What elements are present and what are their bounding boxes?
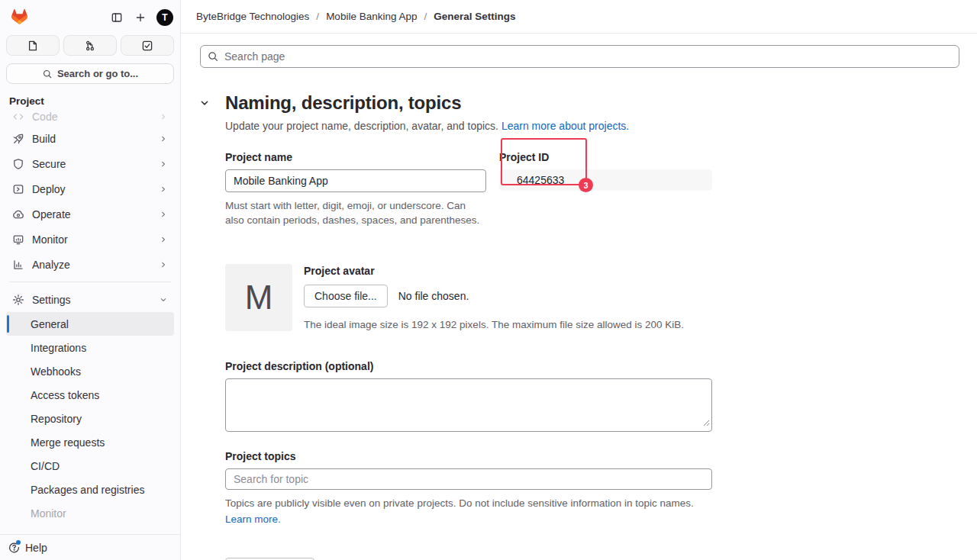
project-topics-label: Project topics: [225, 450, 712, 462]
sidebar-item-build[interactable]: Build: [6, 126, 174, 151]
search-or-go-to-label: Search or go to...: [57, 68, 138, 79]
todo-list-button[interactable]: [121, 35, 174, 56]
chevron-down-icon: [159, 295, 168, 304]
sidebar-item-packages-and-registries[interactable]: Packages and registries: [6, 478, 174, 501]
help-icon: [8, 542, 20, 553]
sidebar-item-label: Operate: [32, 208, 151, 220]
sidebar-item-webhooks[interactable]: Webhooks: [6, 359, 174, 383]
sidebar-item-operate[interactable]: Operate: [6, 201, 174, 227]
analyze-icon: [12, 259, 24, 271]
breadcrumb: ByteBridge Technologies/Mobile Banking A…: [181, 0, 977, 34]
app-window: T Search or go to... Project CodeBuildSe…: [0, 0, 977, 560]
user-avatar[interactable]: T: [156, 9, 173, 26]
sidebar-item-label: Integrations: [31, 342, 168, 354]
sidebar-item-label: Monitor: [31, 507, 168, 520]
sidebar-top-actions: T: [109, 9, 173, 26]
search-or-go-to-button[interactable]: Search or go to...: [6, 63, 174, 84]
merge-requests-button[interactable]: [63, 35, 117, 56]
create-new-icon[interactable]: [133, 10, 148, 25]
sidebar-item-label: General: [31, 318, 168, 330]
project-topics-group: Project topics Topics are publicly visib…: [225, 450, 712, 526]
breadcrumb-item-bytebridge-technologies[interactable]: ByteBridge Technologies: [196, 11, 309, 22]
sidebar-item-monitor[interactable]: Monitor: [6, 501, 174, 525]
search-icon: [207, 50, 219, 63]
project-description-label: Project description (optional): [225, 360, 712, 372]
sidebar-item-access-tokens[interactable]: Access tokens: [6, 383, 174, 407]
project-topics-help-text: Topics are publicly visible even on priv…: [225, 497, 694, 509]
chevron-right-icon: [159, 260, 168, 269]
sidebar-section-title: Project: [0, 84, 180, 111]
learn-more-projects-link[interactable]: Learn more about projects.: [501, 120, 629, 132]
sidebar-item-monitor[interactable]: Monitor: [6, 227, 174, 252]
project-topics-input[interactable]: [225, 468, 712, 490]
topics-learn-more-link[interactable]: Learn more.: [225, 512, 712, 526]
breadcrumb-item-general-settings: General Settings: [434, 11, 515, 22]
sidebar-item-label: CI/CD: [31, 460, 168, 472]
shield-icon: [12, 158, 24, 170]
sidebar-item-code[interactable]: Code: [6, 111, 174, 126]
project-topics-help: Topics are publicly visible even on priv…: [225, 496, 712, 526]
sidebar-toggle-icon[interactable]: [109, 10, 124, 25]
section-collapse-chevron-icon[interactable]: [196, 91, 213, 111]
project-description-textarea[interactable]: [225, 378, 712, 432]
project-id-value[interactable]: 64425633: [499, 169, 712, 191]
sidebar-item-label: Access tokens: [31, 389, 168, 401]
sidebar-item-settings[interactable]: Settings: [6, 287, 174, 312]
chevron-right-icon: [159, 159, 168, 169]
sidebar: T Search or go to... Project CodeBuildSe…: [0, 0, 181, 560]
chevron-right-icon: [159, 134, 168, 143]
section-title: Naming, description, topics: [225, 91, 959, 114]
sidebar-item-analyze[interactable]: Analyze: [6, 252, 174, 277]
sidebar-item-label: Monitor: [32, 233, 151, 246]
sidebar-item-label: Analyze: [32, 259, 151, 271]
monitor-icon: [12, 233, 24, 246]
project-description-wrap: [225, 378, 712, 432]
breadcrumb-separator: /: [316, 11, 319, 22]
project-name-help: Must start with letter, digit, emoji, or…: [225, 198, 486, 227]
sidebar-item-repository[interactable]: Repository: [6, 407, 174, 430]
rocket-icon: [12, 133, 24, 145]
choose-file-button[interactable]: Choose file...: [304, 285, 388, 307]
issues-button[interactable]: [6, 35, 60, 56]
project-id-group: Project ID 64425633: [499, 151, 712, 227]
search-icon: [42, 69, 53, 79]
project-avatar-preview: M: [225, 264, 292, 331]
name-id-row: Project name Must start with letter, dig…: [225, 151, 712, 227]
sidebar-item-secure[interactable]: Secure: [6, 151, 174, 176]
chevron-right-icon: [159, 210, 168, 219]
no-file-chosen-text: No file chosen.: [398, 290, 469, 302]
project-name-label: Project name: [225, 151, 486, 163]
project-name-input[interactable]: [225, 169, 486, 192]
help-notification-dot: [16, 540, 21, 545]
project-avatar-help: The ideal image size is 192 x 192 pixels…: [304, 317, 684, 332]
todo-list-icon: [141, 40, 153, 52]
sidebar-item-merge-requests[interactable]: Merge requests: [6, 430, 174, 454]
sidebar-divider: [9, 282, 171, 282]
section-subtitle-text: Update your project name, description, a…: [225, 120, 498, 132]
section-subtitle: Update your project name, description, a…: [225, 120, 959, 132]
project-id-label: Project ID: [499, 151, 712, 163]
chevron-right-icon: [159, 112, 168, 121]
sidebar-item-label: Webhooks: [31, 365, 168, 378]
sidebar-item-label: Merge requests: [31, 436, 168, 449]
main-area: ByteBridge Technologies/Mobile Banking A…: [181, 0, 977, 560]
sidebar-help-button[interactable]: Help: [0, 534, 180, 560]
project-avatar-label: Project avatar: [304, 265, 684, 277]
sidebar-item-label: Settings: [32, 294, 151, 306]
sidebar-item-ci-cd[interactable]: CI/CD: [6, 454, 174, 478]
page-search-input[interactable]: [200, 45, 959, 68]
sidebar-item-deploy[interactable]: Deploy: [6, 176, 174, 201]
section-body: Naming, description, topics Update your …: [225, 91, 959, 560]
sidebar-item-label: Secure: [32, 158, 151, 170]
help-label: Help: [25, 542, 47, 554]
code-icon: [12, 111, 24, 123]
gitlab-logo[interactable]: [9, 7, 30, 27]
project-avatar-controls: Project avatar Choose file... No file ch…: [304, 264, 684, 332]
sidebar-nav: CodeBuildSecureDeployOperateMonitorAnaly…: [0, 111, 180, 534]
sidebar-shortcuts: [0, 29, 180, 56]
sidebar-item-general[interactable]: General: [6, 312, 174, 336]
naming-section: Naming, description, topics Update your …: [196, 91, 959, 560]
breadcrumb-item-mobile-banking-app[interactable]: Mobile Banking App: [326, 11, 417, 22]
sidebar-item-integrations[interactable]: Integrations: [6, 336, 174, 359]
page-search: [200, 45, 959, 68]
